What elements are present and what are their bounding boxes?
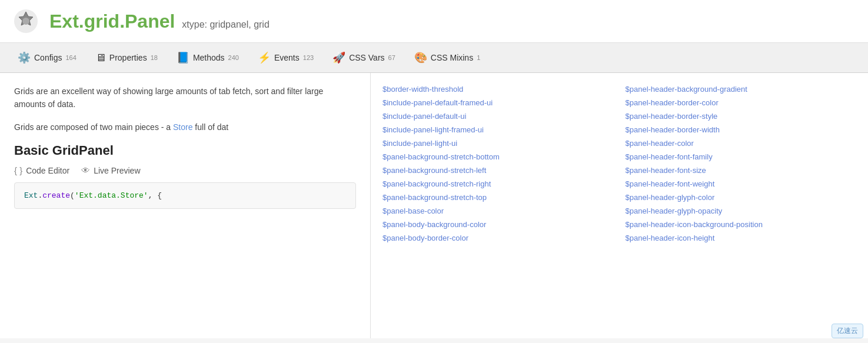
description-2: Grids are composed of two main pieces - …	[14, 121, 356, 134]
css-mixins-label: CSS Mixins	[431, 53, 473, 62]
nav-bar: ⚙️ Configs 164 🖥 Properties 18 📘 Methods…	[0, 43, 868, 73]
nav-properties[interactable]: 🖥 Properties 18	[87, 48, 166, 68]
nav-configs[interactable]: ⚙️ Configs 164	[9, 48, 85, 68]
css-vars-icon: 🚀	[332, 51, 345, 64]
page-icon	[12, 7, 40, 35]
nav-events[interactable]: ⚡ Events 123	[250, 48, 322, 68]
methods-label: Methods	[193, 53, 225, 62]
css-var-link[interactable]: $panel-background-stretch-left	[383, 164, 614, 177]
events-icon: ⚡	[258, 51, 271, 64]
code-paren: (	[70, 191, 75, 200]
methods-badge: 240	[228, 54, 239, 61]
css-var-link[interactable]: $panel-header-border-color	[626, 96, 857, 109]
css-var-link[interactable]: $panel-header-font-family	[626, 150, 857, 164]
description-1: Grids are an excellent way of showing la…	[14, 85, 356, 111]
css-vars-grid: $border-width-threshold $include-panel-d…	[383, 82, 856, 245]
css-var-link[interactable]: $panel-header-font-weight	[626, 177, 857, 191]
page-header: Ext.grid.Panel xtype: gridpanel, grid	[0, 0, 868, 43]
css-var-link[interactable]: $include-panel-light-framed-ui	[383, 123, 614, 136]
code-keyword: Ext	[24, 191, 38, 200]
css-vars-badge: 67	[388, 54, 395, 61]
configs-icon: ⚙️	[18, 51, 31, 64]
right-panel: $border-width-threshold $include-panel-d…	[371, 73, 868, 338]
nav-css-vars[interactable]: 🚀 CSS Vars 67	[324, 48, 404, 68]
css-var-link[interactable]: $include-panel-light-ui	[383, 136, 614, 150]
events-badge: 123	[303, 54, 314, 61]
code-editor-icon: { }	[14, 165, 22, 175]
css-var-link[interactable]: $panel-background-stretch-bottom	[383, 150, 614, 164]
live-preview-icon: 👁	[81, 165, 90, 175]
code-tabs: { } Code Editor 👁 Live Preview	[14, 165, 356, 175]
css-var-link[interactable]: $panel-background-stretch-top	[383, 191, 614, 204]
events-label: Events	[274, 53, 300, 62]
css-var-link[interactable]: $panel-background-stretch-right	[383, 177, 614, 191]
code-editor-label: Code Editor	[26, 166, 69, 175]
configs-badge: 164	[65, 54, 76, 61]
watermark: 亿速云	[832, 324, 863, 338]
methods-icon: 📘	[177, 51, 189, 64]
code-block: Ext.create('Ext.data.Store', {	[14, 182, 356, 209]
css-var-link[interactable]: $include-panel-default-framed-ui	[383, 96, 614, 109]
css-var-link[interactable]: $panel-header-glyph-opacity	[626, 204, 857, 218]
css-var-link[interactable]: $include-panel-default-ui	[383, 109, 614, 123]
css-mixins-badge: 1	[477, 54, 480, 61]
css-var-link[interactable]: $panel-header-icon-height	[626, 231, 857, 245]
css-var-link[interactable]: $panel-header-font-size	[626, 164, 857, 177]
css-vars-label: CSS Vars	[349, 53, 384, 62]
css-vars-col1: $border-width-threshold $include-panel-d…	[383, 82, 614, 245]
nav-methods[interactable]: 📘 Methods 240	[168, 48, 247, 68]
css-var-link[interactable]: $panel-header-glyph-color	[626, 191, 857, 204]
css-var-link[interactable]: $border-width-threshold	[383, 82, 614, 96]
svg-point-1	[22, 18, 29, 25]
class-title: Ext.grid.Panel	[49, 11, 175, 32]
css-var-link[interactable]: $panel-header-border-style	[626, 109, 857, 123]
nav-css-mixins[interactable]: 🎨 CSS Mixins 1	[406, 48, 488, 68]
css-mixins-icon: 🎨	[414, 51, 427, 64]
css-var-link[interactable]: $panel-header-color	[626, 136, 857, 150]
code-string: 'Ext.data.Store'	[75, 191, 148, 200]
properties-icon: 🖥	[95, 52, 106, 64]
live-preview-label: Live Preview	[94, 166, 140, 175]
css-var-link[interactable]: $panel-body-border-color	[383, 231, 614, 245]
css-var-link[interactable]: $panel-header-icon-background-position	[626, 218, 857, 231]
left-panel: Grids are an excellent way of showing la…	[0, 73, 371, 338]
properties-label: Properties	[109, 53, 147, 62]
store-link[interactable]: Store	[173, 122, 192, 132]
code-editor-tab[interactable]: { } Code Editor	[14, 165, 69, 175]
css-var-link[interactable]: $panel-base-color	[383, 204, 614, 218]
css-var-link[interactable]: $panel-header-background-gradient	[626, 82, 857, 96]
css-vars-col2: $panel-header-background-gradient $panel…	[626, 82, 857, 245]
live-preview-tab[interactable]: 👁 Live Preview	[81, 165, 140, 175]
header-title-group: Ext.grid.Panel xtype: gridpanel, grid	[49, 11, 270, 32]
css-var-link[interactable]: $panel-body-background-color	[383, 218, 614, 231]
xtype-label: xtype: gridpanel, grid	[182, 19, 270, 29]
configs-label: Configs	[34, 53, 62, 62]
main-content: Grids are an excellent way of showing la…	[0, 73, 868, 338]
code-method: create	[42, 191, 70, 200]
css-var-link[interactable]: $panel-header-border-width	[626, 123, 857, 136]
properties-badge: 18	[151, 54, 158, 61]
code-comma: , {	[148, 191, 162, 200]
section-title: Basic GridPanel	[14, 143, 356, 158]
